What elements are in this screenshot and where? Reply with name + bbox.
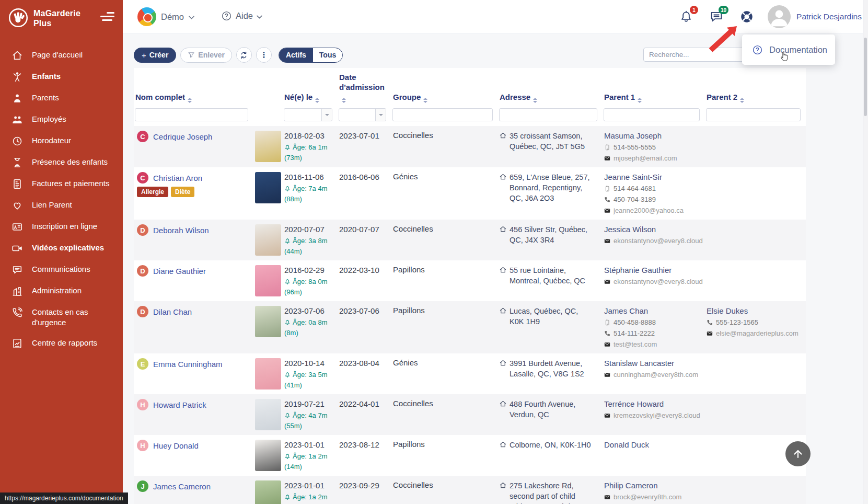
- cell-admission-date: 2016-06-06: [338, 167, 391, 220]
- sidebar-item-administration[interactable]: Administration: [11, 285, 117, 297]
- table-row[interactable]: HHoward Patrick2019-07-21Âge: 4a 7m(55m)…: [134, 394, 806, 435]
- sidebar-item-presence-des-enfants[interactable]: Présence des enfants: [11, 157, 117, 168]
- column-header-ne-e-le[interactable]: Né(e) le: [283, 92, 338, 103]
- age-months: (41m): [284, 381, 333, 390]
- child-name-link[interactable]: Deborah Wilson: [153, 226, 209, 235]
- sidebar-item-horodateur[interactable]: Horodateur: [11, 135, 117, 147]
- child-name-link[interactable]: Cedrique Joseph: [153, 132, 212, 141]
- brand-hand-logo-icon: [8, 8, 28, 28]
- date-filter-dropdown-icon[interactable]: [375, 109, 386, 121]
- workspace-logo-icon: [137, 7, 156, 26]
- sidebar-item-videos-explicatives[interactable]: Vidéos explicatives: [11, 243, 117, 254]
- age-line: Âge: 0a 8m: [284, 318, 333, 327]
- cell-photo: [253, 353, 283, 394]
- filter-input-nom-complet[interactable]: [135, 108, 248, 121]
- idcard-icon: [11, 221, 23, 233]
- scrollbar-thumb[interactable]: [864, 38, 867, 116]
- parent-email: test@test.com: [604, 339, 701, 349]
- support-lifering-icon[interactable]: [739, 9, 754, 24]
- sidebar-item-factures-et-paiements[interactable]: Factures et paiements: [11, 178, 117, 190]
- refresh-button[interactable]: [236, 47, 252, 63]
- filter-input-adresse[interactable]: [499, 108, 597, 121]
- cell-photo: [253, 126, 283, 167]
- sort-icon[interactable]: [315, 98, 319, 103]
- cell-parent-1: Philip Cameronbrock@evenry8th.com: [603, 476, 705, 504]
- sort-icon[interactable]: [342, 98, 346, 103]
- cell-address: Lucas, Québec, QC, K0K 1H9: [498, 301, 603, 353]
- table-row[interactable]: EEmma Cunningham2020-10-14Âge: 3a 5m(41m…: [134, 353, 806, 394]
- filter-input-parent-1[interactable]: [604, 108, 700, 121]
- cell-group: Coccinelles: [391, 476, 498, 504]
- clock-icon: [11, 135, 23, 147]
- sidebar-item-enfants[interactable]: Enfants: [11, 71, 117, 83]
- create-button[interactable]: + Créer: [134, 48, 176, 63]
- cell-admission-date: 2022-04-01: [338, 394, 391, 435]
- child-name-link[interactable]: Dilan Chan: [153, 307, 192, 316]
- address-home-icon: [500, 226, 506, 233]
- remove-filter-button[interactable]: Enlever: [180, 48, 232, 63]
- table-row[interactable]: HHuey Donald2023-01-01Âge: 1a 2m(14m)202…: [134, 435, 806, 476]
- column-header-parent-2[interactable]: Parent 2: [705, 92, 806, 103]
- column-header-nom-complet[interactable]: Nom complet: [134, 92, 253, 103]
- workspace-selector[interactable]: Démo: [137, 7, 194, 26]
- child-name-link[interactable]: Huey Donald: [153, 441, 199, 450]
- child-photo: [255, 480, 281, 504]
- age-text: Âge: 0a 8m: [293, 318, 328, 327]
- sidebar-item-lien-parent[interactable]: Lien Parent: [11, 200, 117, 211]
- parent-phone-number: 514-464-4681: [604, 184, 701, 193]
- age-bell-icon: [284, 279, 291, 285]
- table-row[interactable]: DDilan Chan2023-07-06Âge: 0a 8m(8m)2023-…: [134, 301, 806, 353]
- age-line: Âge: 3a 5m: [284, 370, 333, 380]
- more-options-button[interactable]: ⋮: [256, 47, 272, 63]
- child-flag-badge: Diète: [171, 187, 194, 197]
- email-icon: [604, 494, 610, 500]
- question-circle-icon: [752, 44, 763, 55]
- table-row[interactable]: JJames Cameron2023-01-01Âge: 1a 2m(14m)2…: [134, 476, 806, 504]
- sidebar-item-communications[interactable]: Communications: [11, 264, 117, 276]
- birth-date: 2018-02-03: [284, 131, 333, 141]
- filter-cell: [603, 108, 705, 121]
- sort-icon[interactable]: [188, 98, 192, 103]
- admission-date: 2023-08-04: [339, 358, 387, 368]
- child-name-link[interactable]: Howard Patrick: [153, 400, 206, 409]
- menu-collapse-icon[interactable]: [100, 8, 114, 21]
- filter-input-groupe[interactable]: [392, 108, 493, 121]
- documentation-menu-item[interactable]: Documentation: [769, 45, 827, 55]
- table-row[interactable]: CChristian AronAllergieDiète2016-11-06Âg…: [134, 167, 806, 220]
- table-row[interactable]: DDeborah Wilson2020-07-07Âge: 3a 8m(44m)…: [134, 220, 806, 260]
- table-row[interactable]: DDiane Gauthier2016-02-29Âge: 8a 0m(96m)…: [134, 260, 806, 301]
- child-name-link[interactable]: James Cameron: [153, 482, 211, 491]
- sidebar-item-centre-de-rapports[interactable]: Centre de rapports: [11, 338, 117, 349]
- notifications-bell-icon[interactable]: 1: [679, 9, 693, 24]
- column-header-groupe[interactable]: Groupe: [391, 92, 498, 103]
- help-menu-button[interactable]: Aide: [221, 10, 262, 21]
- child-name-link[interactable]: Diane Gauthier: [153, 267, 206, 276]
- user-avatar[interactable]: [768, 5, 791, 28]
- page-scrollbar[interactable]: [863, 0, 868, 504]
- filter-actifs-button[interactable]: Actifs: [279, 48, 313, 62]
- child-name-link[interactable]: Emma Cunningham: [153, 360, 223, 369]
- sidebar-item-parents[interactable]: Parents: [11, 93, 117, 104]
- sidebar-item-inscription-en-ligne[interactable]: Inscription en ligne: [11, 221, 117, 233]
- sidebar-item-page-d-accueil[interactable]: Page d'accueil: [11, 50, 117, 61]
- sort-icon[interactable]: [638, 98, 642, 103]
- column-header-parent-1[interactable]: Parent 1: [603, 92, 705, 103]
- child-name-link[interactable]: Christian Aron: [153, 174, 202, 182]
- user-name[interactable]: Patrick Desjardins: [796, 12, 862, 21]
- sort-icon[interactable]: [423, 98, 427, 103]
- sidebar-item-contacts-en-cas-d-urgence[interactable]: Contacts en cas d'urgence: [11, 307, 117, 328]
- column-header-adresse[interactable]: Adresse: [498, 92, 603, 103]
- date-filter-dropdown-icon[interactable]: [321, 109, 332, 121]
- column-header-date-d-admission[interactable]: Date d'admission: [338, 72, 391, 103]
- sort-icon[interactable]: [740, 98, 744, 103]
- age-text: Âge: 3a 8m: [293, 236, 328, 246]
- messages-icon[interactable]: 10: [709, 9, 724, 24]
- table-row[interactable]: CCedrique Joseph2018-02-03Âge: 6a 1m(73m…: [134, 126, 806, 167]
- cell-birthdate: 2016-02-29Âge: 8a 0m(96m): [283, 260, 338, 301]
- contact-text: 514-555-5555: [614, 142, 656, 152]
- sort-icon[interactable]: [533, 98, 537, 103]
- filter-tous-button[interactable]: Tous: [313, 48, 342, 62]
- filter-input-parent-2[interactable]: [706, 108, 801, 121]
- scroll-to-top-button[interactable]: [785, 441, 811, 466]
- sidebar-item-employes[interactable]: Employés: [11, 114, 117, 125]
